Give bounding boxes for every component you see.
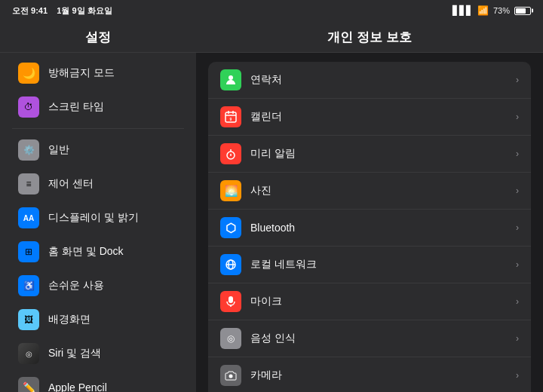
sidebar-item-siri-label: Siri 및 검색 bbox=[48, 347, 101, 360]
camera-chevron: › bbox=[516, 370, 519, 381]
contacts-label: 연락처 bbox=[250, 73, 507, 87]
reminders-icon bbox=[220, 143, 241, 164]
bluetooth-chevron: › bbox=[516, 222, 519, 233]
battery-percent: 73% bbox=[493, 6, 510, 15]
homescreen-icon: ⊞ bbox=[18, 241, 39, 262]
bluetooth-label: Bluetooth bbox=[250, 222, 507, 234]
sidebar-item-control[interactable]: ≡ 제어 센터 bbox=[6, 167, 190, 201]
bluetooth-icon: ⬡ bbox=[220, 217, 241, 238]
svg-point-1 bbox=[229, 75, 233, 80]
calendar-chevron: › bbox=[516, 112, 519, 122]
right-panel-title: 개인 정보 보호 bbox=[196, 21, 543, 53]
sidebar-item-control-label: 제어 센터 bbox=[48, 177, 94, 191]
status-bar: 오전 9:41 1월 9일 화요일 ▋▋▋ 📶 73% bbox=[0, 0, 543, 21]
svg-rect-13 bbox=[229, 296, 233, 303]
right-item-contacts[interactable]: 연락처 › bbox=[208, 62, 531, 99]
photos-icon: 🌅 bbox=[220, 180, 241, 201]
right-item-calendar[interactable]: 9 캘린더 › bbox=[208, 99, 531, 136]
battery-icon bbox=[514, 7, 531, 15]
sidebar-item-display[interactable]: AA 디스플레이 및 밝기 bbox=[6, 201, 190, 234]
siri-icon: ◎ bbox=[18, 343, 39, 364]
right-item-reminders[interactable]: 미리 알림 › bbox=[208, 136, 531, 173]
photos-chevron: › bbox=[516, 185, 519, 196]
localnetwork-label: 로컬 네트워크 bbox=[250, 258, 507, 271]
right-item-microphone[interactable]: 마이크 › bbox=[208, 283, 531, 320]
microphone-label: 마이크 bbox=[250, 295, 507, 308]
camera-label: 카메라 bbox=[250, 369, 507, 382]
signal-icon: ▋▋▋ bbox=[452, 5, 473, 16]
right-item-speechrec[interactable]: ◎ 음성 인식 › bbox=[208, 320, 531, 357]
camera-icon bbox=[220, 365, 241, 386]
screentime-icon: ⏱ bbox=[18, 96, 39, 118]
accessibility-icon: ♿ bbox=[18, 275, 39, 296]
sidebar-divider-1 bbox=[12, 128, 184, 129]
speechrec-chevron: › bbox=[516, 333, 519, 344]
localnetwork-chevron: › bbox=[516, 259, 519, 270]
sidebar: 설정 🌙 방해금지 모드 ⏱ 스크린 타임 ⚙️ 일반 bbox=[0, 21, 196, 392]
battery-fill bbox=[516, 8, 526, 14]
reminders-label: 미리 알림 bbox=[250, 147, 507, 161]
sidebar-item-screentime[interactable]: ⏱ 스크린 타임 bbox=[6, 90, 190, 124]
airplane-icon: 🌙 bbox=[18, 63, 39, 84]
sidebar-item-screentime-label: 스크린 타임 bbox=[48, 100, 104, 114]
general-icon: ⚙️ bbox=[18, 139, 39, 161]
right-item-bluetooth[interactable]: ⬡ Bluetooth › bbox=[208, 210, 531, 247]
svg-point-15 bbox=[229, 375, 233, 378]
reminders-chevron: › bbox=[516, 149, 519, 159]
sidebar-item-accessibility[interactable]: ♿ 손쉬운 사용 bbox=[6, 269, 190, 302]
display-icon: AA bbox=[18, 207, 39, 228]
status-right: ▋▋▋ 📶 73% bbox=[452, 5, 531, 16]
right-section-main: 연락처 › 9 캘린더 › 미리 알림 › bbox=[208, 62, 531, 392]
right-panel-content: 연락처 › 9 캘린더 › 미리 알림 › bbox=[196, 53, 543, 392]
wifi-icon: 📶 bbox=[477, 5, 489, 16]
contacts-icon bbox=[220, 69, 241, 90]
sidebar-item-siri[interactable]: ◎ Siri 및 검색 bbox=[6, 337, 190, 370]
calendar-icon: 9 bbox=[220, 106, 241, 127]
sidebar-item-general[interactable]: ⚙️ 일반 bbox=[6, 133, 190, 167]
sidebar-item-general-label: 일반 bbox=[48, 143, 69, 157]
control-icon: ≡ bbox=[18, 173, 39, 194]
svg-text:9: 9 bbox=[230, 117, 232, 121]
sidebar-title: 설정 bbox=[0, 21, 196, 53]
photos-label: 사진 bbox=[250, 184, 507, 198]
sidebar-item-homescreen[interactable]: ⊞ 홈 화면 및 Dock bbox=[6, 235, 190, 268]
wallpaper-icon: 🖼 bbox=[18, 309, 39, 330]
calendar-label: 캘린더 bbox=[250, 110, 507, 124]
sidebar-item-accessibility-label: 손쉬운 사용 bbox=[48, 279, 104, 292]
pencil-icon: ✏️ bbox=[18, 377, 39, 392]
right-item-localnetwork[interactable]: 로컬 네트워크 › bbox=[208, 247, 531, 283]
sidebar-list: 🌙 방해금지 모드 ⏱ 스크린 타임 ⚙️ 일반 ≡ 제어 센터 bbox=[0, 53, 196, 392]
sidebar-section-2: ⚙️ 일반 ≡ 제어 센터 AA 디스플레이 및 밝기 ⊞ 홈 화면 및 Doc… bbox=[0, 133, 196, 392]
right-item-camera[interactable]: 카메라 › bbox=[208, 357, 531, 392]
sidebar-item-display-label: 디스플레이 및 밝기 bbox=[48, 211, 139, 225]
sidebar-item-wallpaper[interactable]: 🖼 배경화면 bbox=[6, 303, 190, 336]
sidebar-item-homescreen-label: 홈 화면 및 Dock bbox=[48, 245, 124, 259]
microphone-icon bbox=[220, 291, 241, 312]
sidebar-item-pencil-label: Apple Pencil bbox=[48, 381, 107, 392]
sidebar-item-wallpaper-label: 배경화면 bbox=[48, 313, 90, 326]
speechrec-icon: ◎ bbox=[220, 328, 241, 349]
contacts-chevron: › bbox=[516, 75, 519, 85]
right-item-photos[interactable]: 🌅 사진 › bbox=[208, 173, 531, 210]
speechrec-label: 음성 인식 bbox=[250, 332, 507, 345]
status-time-date: 오전 9:41 1월 9일 화요일 bbox=[12, 5, 112, 17]
localnetwork-icon bbox=[220, 254, 241, 275]
right-panel: 개인 정보 보호 연락처 › 9 캘린더 › bbox=[196, 21, 543, 392]
main-content: 설정 🌙 방해금지 모드 ⏱ 스크린 타임 ⚙️ 일반 bbox=[0, 21, 543, 392]
sidebar-item-airplane-label: 방해금지 모드 bbox=[48, 66, 115, 80]
sidebar-section-1: 🌙 방해금지 모드 ⏱ 스크린 타임 bbox=[0, 57, 196, 124]
sidebar-item-airplane[interactable]: 🌙 방해금지 모드 bbox=[6, 57, 190, 90]
microphone-chevron: › bbox=[516, 296, 519, 307]
sidebar-item-pencil[interactable]: ✏️ Apple Pencil bbox=[6, 371, 190, 392]
